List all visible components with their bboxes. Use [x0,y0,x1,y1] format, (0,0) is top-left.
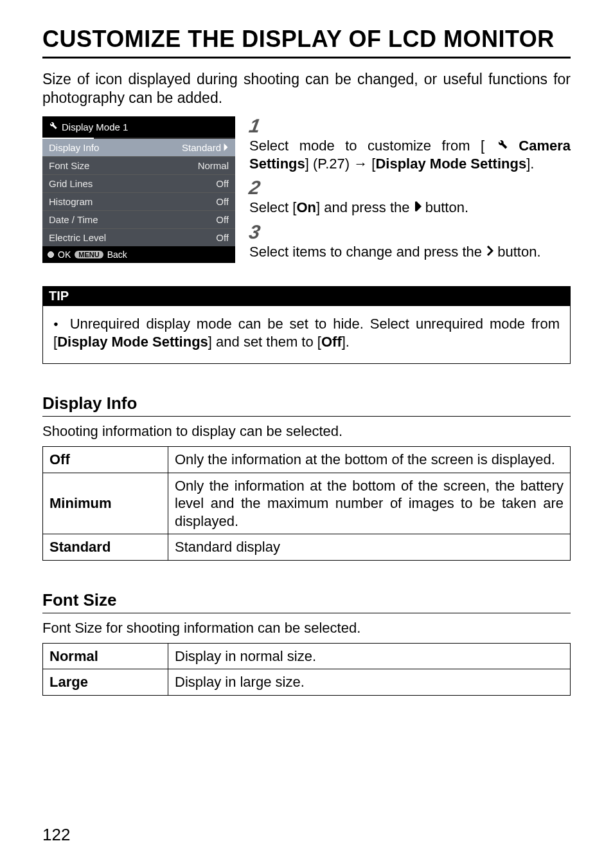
lcd-row: Histogram Off [42,193,235,211]
lcd-row-value: Off [216,196,229,207]
table-key: Normal [43,643,168,669]
tip-box: Unrequired display mode can be set to hi… [42,306,571,364]
lcd-row-value: Off [216,232,229,243]
lcd-row-value: Off [216,178,229,189]
record-dot-icon [48,251,54,258]
step-number-1: 1 [247,116,262,136]
lcd-tab-underline [42,138,235,139]
lcd-row-label: Font Size [49,160,89,171]
table-row: Large Display in large size. [43,669,571,696]
lcd-row: Display Info Standard [42,139,235,157]
step-number-2: 2 [247,178,262,197]
rule [42,416,571,417]
lcd-header: Display Mode 1 [42,116,235,138]
lcd-row-label: Date / Time [49,214,98,225]
lcd-row: Font Size Normal [42,157,235,175]
section-heading-font-size: Font Size [42,590,571,610]
tip-heading: TIP [42,286,571,306]
lcd-row-label: Grid Lines [49,178,93,189]
chevron-right-icon [486,242,493,260]
table-desc: Display in normal size. [168,643,571,669]
table-row: Minimum Only the information at the bott… [43,473,571,534]
section-heading-display-info: Display Info [42,393,571,413]
table-row: Off Only the information at the bottom o… [43,447,571,473]
lcd-header-title: Display Mode 1 [62,122,128,132]
chevron-right-icon [223,142,229,153]
table-desc: Only the information at the bottom of th… [168,447,571,473]
page-title: CUSTOMIZE THE DISPLAY OF LCD MONITOR [42,26,571,53]
table-key: Off [43,447,168,473]
lcd-ok-label: OK [58,249,71,260]
lcd-row-value: Standard [182,142,221,153]
table-key: Minimum [43,473,168,534]
lcd-row-label: Histogram [49,196,93,207]
page-number: 122 [42,825,70,845]
step-3-text: Select items to change and press the but… [249,243,571,262]
step-1-text: Select mode to customize from [ Camera S… [249,137,571,173]
section-desc: Shooting information to display can be s… [42,423,571,440]
lcd-row-value: Off [216,214,229,225]
table-desc: Display in large size. [168,669,571,696]
wrench-icon [48,120,58,132]
lcd-row-value: Normal [198,160,229,171]
table-row: Normal Display in normal size. [43,643,571,669]
wrench-icon [495,136,508,154]
table-desc: Only the information at the bottom of th… [168,473,571,534]
table-key: Standard [43,534,168,561]
lcd-row: Electric Level Off [42,229,235,246]
lcd-footer: OK MENU Back [42,246,235,263]
lcd-menu-screenshot: Display Mode 1 Display Info Standard Fo [42,116,235,263]
font-size-table: Normal Display in normal size. Large Dis… [42,643,571,696]
step-2-text: Select [On] and press the button. [249,199,571,217]
intro-text: Size of icon displayed during shooting c… [42,70,571,107]
table-desc: Standard display [168,534,571,561]
rule [42,57,571,59]
step-number-3: 3 [247,222,262,242]
menu-pill: MENU [75,251,103,258]
display-info-table: Off Only the information at the bottom o… [42,446,571,561]
table-key: Large [43,669,168,696]
lcd-row: Date / Time Off [42,211,235,229]
section-desc: Font Size for shooting information can b… [42,620,571,637]
chevron-right-icon [414,198,422,216]
table-row: Standard Standard display [43,534,571,561]
lcd-row-label: Display Info [49,142,99,153]
lcd-back-label: Back [107,249,127,260]
lcd-row: Grid Lines Off [42,175,235,193]
rule [42,613,571,613]
lcd-row-label: Electric Level [49,232,106,243]
